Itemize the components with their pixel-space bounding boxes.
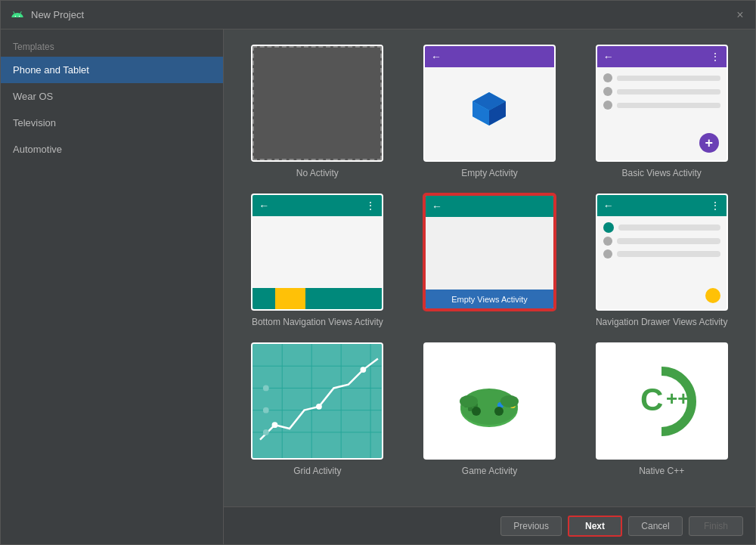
back-icon5: ←: [603, 200, 614, 212]
nav-circle-3: [603, 249, 612, 259]
svg-rect-6: [253, 344, 382, 458]
nav-line-1: [618, 225, 720, 231]
svg-point-16: [316, 404, 322, 410]
dots-icon: ⋮: [710, 51, 720, 63]
svg-point-30: [494, 407, 503, 416]
template-basic-views[interactable]: ← ⋮: [583, 45, 740, 178]
template-grid[interactable]: Grid Activity: [239, 342, 396, 476]
nav-drawer-mock: ← ⋮: [597, 195, 727, 309]
template-no-activity[interactable]: No Activity: [239, 45, 396, 178]
template-cpp[interactable]: C ++ Native C++: [583, 342, 740, 476]
template-label-no-activity: No Activity: [296, 168, 339, 178]
templates-grid: No Activity ←: [224, 29, 755, 506]
template-nav-drawer[interactable]: ← ⋮: [583, 194, 740, 327]
dots-icon3: ⋮: [710, 200, 720, 212]
window-title: New Project: [31, 9, 734, 20]
cpp-icon: C ++: [624, 364, 699, 439]
new-project-window: New Project × Templates Phone and Tablet…: [0, 0, 756, 545]
nav-drawer-toolbar: ← ⋮: [597, 195, 727, 216]
sidebar-item-automotive[interactable]: Automotive: [1, 136, 223, 163]
sidebar-item-television[interactable]: Television: [1, 110, 223, 136]
nav-fab: [705, 288, 720, 303]
template-empty-views[interactable]: ← Empty Views Activity Empty Views Activ…: [411, 194, 569, 327]
template-label-basic-views: Basic Views Activity: [622, 168, 702, 178]
bottom-nav-mock: ← ⋮: [253, 195, 382, 309]
no-activity-visual: [253, 46, 382, 160]
template-thumb-cpp: C ++: [596, 342, 728, 460]
back-icon2: ←: [603, 51, 614, 63]
sidebar-section-label: Templates: [1, 36, 223, 57]
empty-activity-app-icon: [469, 89, 509, 131]
empty-activity-toolbar: ←: [425, 46, 554, 67]
previous-button[interactable]: Previous: [500, 516, 562, 536]
template-label-cpp: Native C++: [639, 466, 684, 476]
nav-line-2: [617, 238, 720, 244]
svg-point-19: [263, 407, 269, 413]
svg-point-29: [472, 407, 481, 416]
svg-point-15: [272, 422, 278, 428]
template-label-game: Game Activity: [462, 466, 517, 476]
svg-point-1: [19, 15, 20, 17]
basic-views-toolbar: ← ⋮: [597, 46, 727, 67]
sidebar-item-phone-tablet[interactable]: Phone and Tablet: [1, 57, 223, 83]
next-button[interactable]: Next: [568, 516, 622, 537]
template-thumb-empty-views: ← Empty Views Activity: [423, 194, 556, 311]
bottom-bar: Previous Next Cancel Finish: [224, 506, 755, 544]
nav-line-3: [617, 251, 720, 257]
template-thumb-nav-drawer: ← ⋮: [596, 194, 728, 311]
nav-row-2: [603, 237, 720, 246]
sidebar: Templates Phone and Tablet Wear OS Telev…: [1, 29, 224, 544]
basic-views-body: +: [597, 67, 727, 160]
template-label-grid: Grid Activity: [293, 466, 341, 476]
template-thumb-empty-activity: ←: [423, 45, 556, 162]
template-label-empty-activity: Empty Activity: [461, 168, 518, 178]
title-bar: New Project ×: [1, 1, 755, 29]
svg-point-0: [15, 15, 17, 17]
sidebar-item-wear-os[interactable]: Wear OS: [1, 83, 223, 110]
svg-point-17: [361, 367, 367, 373]
empty-views-toolbar: ←: [426, 196, 553, 217]
template-thumb-grid: [251, 342, 383, 460]
bottom-nav-selected: [275, 288, 305, 309]
close-button[interactable]: ×: [734, 9, 746, 21]
empty-activity-mock: ←: [425, 46, 554, 160]
template-thumb-bottom-nav: ← ⋮: [251, 194, 383, 311]
svg-point-32: [500, 395, 519, 407]
selected-label: Empty Views Activity: [451, 295, 528, 304]
template-empty-activity[interactable]: ←: [411, 45, 569, 178]
dots-icon2: ⋮: [365, 200, 376, 212]
bottom-nav-bar: [253, 288, 382, 309]
template-bottom-nav[interactable]: ← ⋮ Bottom Navigation Views Activity: [239, 194, 396, 327]
back-icon: ←: [431, 51, 442, 63]
gamepad-icon: [455, 367, 523, 435]
back-icon3: ←: [259, 200, 269, 212]
template-thumb-no-activity: [251, 45, 383, 162]
finish-button[interactable]: Finish: [689, 516, 743, 536]
grid-visual: [253, 344, 382, 458]
template-label-bottom-nav: Bottom Navigation Views Activity: [252, 317, 383, 327]
bottom-nav-toolbar: ← ⋮: [253, 195, 382, 216]
basic-views-mock: ← ⋮: [597, 46, 727, 160]
nav-circle-2: [603, 237, 612, 246]
template-label-nav-drawer: Navigation Drawer Views Activity: [596, 317, 728, 327]
template-thumb-basic-views: ← ⋮: [596, 45, 728, 162]
svg-point-18: [263, 386, 269, 392]
svg-point-20: [263, 429, 269, 435]
empty-activity-body: [425, 67, 554, 160]
nav-circle-1: [603, 222, 614, 233]
fab-icon: +: [699, 133, 719, 153]
main-content: Templates Phone and Tablet Wear OS Telev…: [1, 29, 755, 544]
cancel-button[interactable]: Cancel: [628, 516, 683, 536]
main-area: No Activity ←: [224, 29, 755, 544]
nav-row-1: [603, 222, 720, 233]
back-icon4: ←: [432, 200, 442, 212]
template-game[interactable]: Game Activity: [411, 342, 569, 476]
svg-point-31: [460, 395, 478, 407]
app-icon: [10, 8, 25, 23]
svg-text:++: ++: [666, 387, 689, 410]
template-thumb-game: [423, 342, 556, 460]
svg-text:C: C: [640, 382, 663, 417]
nav-row-3: [603, 249, 720, 259]
